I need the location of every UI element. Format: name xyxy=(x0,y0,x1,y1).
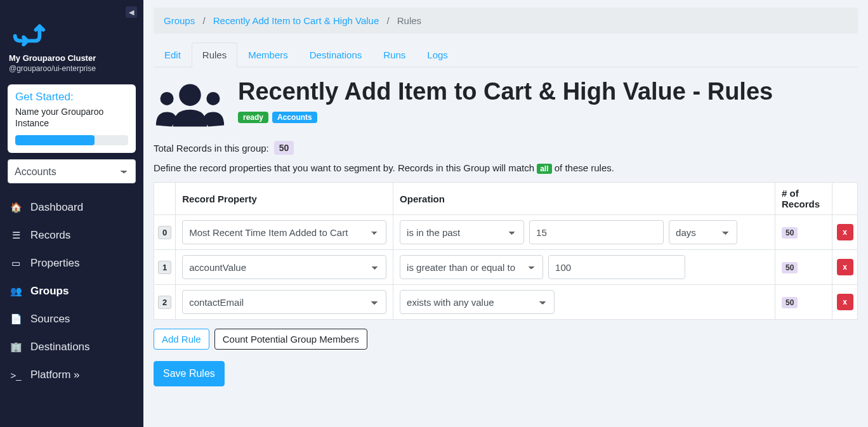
nav-records[interactable]: ☰Records xyxy=(0,221,143,249)
building-icon: 🏢 xyxy=(9,341,23,353)
getstarted-text: Name your Grouparoo Instance xyxy=(15,106,128,129)
value-input[interactable] xyxy=(529,220,664,244)
tab-edit[interactable]: Edit xyxy=(154,43,192,67)
delete-rule-button[interactable]: x xyxy=(837,224,853,240)
add-rule-button[interactable]: Add Rule xyxy=(154,329,209,350)
nav-label: Sources xyxy=(30,313,70,325)
tab-destinations[interactable]: Destinations xyxy=(299,43,373,67)
group-users-icon xyxy=(154,80,227,129)
table-row: 0 Most Recent Time Item Added to Cart is… xyxy=(154,215,858,250)
delete-rule-button[interactable]: x xyxy=(837,259,853,275)
nav-platform[interactable]: >_Platform » xyxy=(0,361,143,389)
nav-dashboard[interactable]: 🏠Dashboard xyxy=(0,194,143,221)
unit-select[interactable]: days xyxy=(669,220,737,244)
description: Define the record properties that you wa… xyxy=(154,162,858,173)
operation-select[interactable]: is in the past xyxy=(400,220,524,244)
file-icon: 📄 xyxy=(9,313,23,325)
nav-sources[interactable]: 📄Sources xyxy=(0,305,143,333)
tab-rules[interactable]: Rules xyxy=(192,43,237,67)
row-records-badge: 50 xyxy=(782,227,798,239)
home-icon: 🏠 xyxy=(9,202,23,213)
operation-select[interactable]: exists with any value xyxy=(400,290,555,314)
svg-point-0 xyxy=(179,84,201,106)
save-rules-button[interactable]: Save Rules xyxy=(154,361,225,386)
row-index: 0 xyxy=(158,226,171,239)
nav-label: Records xyxy=(30,229,70,242)
total-records-row: Total Records in this group: 50 xyxy=(154,141,858,155)
status-badge-ready: ready xyxy=(238,112,268,123)
rules-table: Record Property Operation # of Records 0… xyxy=(154,182,858,320)
list-icon: ☰ xyxy=(9,230,23,241)
breadcrumb: Groups / Recently Add Item to Cart & Hig… xyxy=(154,8,858,34)
all-badge: all xyxy=(537,164,551,174)
row-index: 2 xyxy=(158,296,171,309)
row-records-badge: 50 xyxy=(782,297,798,308)
th-record-property: Record Property xyxy=(176,183,393,215)
getstarted-card: Get Started: Name your Grouparoo Instanc… xyxy=(8,84,136,153)
nav-destinations[interactable]: 🏢Destinations xyxy=(0,333,143,361)
getstarted-title: Get Started: xyxy=(15,91,128,103)
users-icon: 👥 xyxy=(9,286,23,297)
tabs: Edit Rules Members Destinations Runs Log… xyxy=(154,43,858,67)
table-row: 2 contactEmail exists with any value 50 … xyxy=(154,285,858,320)
terminal-icon: >_ xyxy=(9,370,23,381)
total-label: Total Records in this group: xyxy=(154,143,269,154)
tab-logs[interactable]: Logs xyxy=(416,43,459,67)
page-title: Recently Add Item to Cart & High Value -… xyxy=(238,79,858,105)
value-input[interactable] xyxy=(548,255,685,279)
logo xyxy=(0,8,143,53)
nav-label: Groups xyxy=(30,285,69,298)
th-operation: Operation xyxy=(393,183,775,215)
count-members-button[interactable]: Count Potential Group Members xyxy=(214,329,367,350)
svg-point-2 xyxy=(206,92,220,105)
card-icon: ▭ xyxy=(9,258,23,269)
progress-bar xyxy=(15,135,128,145)
svg-point-1 xyxy=(161,92,174,105)
property-select[interactable]: accountValue xyxy=(182,255,386,279)
property-select[interactable]: Most Recent Time Item Added to Cart xyxy=(182,220,386,244)
operation-select[interactable]: is greater than or equal to xyxy=(400,255,543,279)
nav-label: Platform » xyxy=(30,369,79,381)
cluster-subtitle: @grouparoo/ui-enterprise xyxy=(0,63,143,79)
breadcrumb-groups[interactable]: Groups xyxy=(164,15,195,26)
table-row: 1 accountValue is greater than or equal … xyxy=(154,250,858,285)
nav-groups[interactable]: 👥Groups xyxy=(0,277,143,305)
status-badge-accounts: Accounts xyxy=(272,112,317,123)
nav-label: Dashboard xyxy=(30,201,83,214)
nav-properties[interactable]: ▭Properties xyxy=(0,249,143,277)
property-select[interactable]: contactEmail xyxy=(182,290,386,314)
breadcrumb-current: Rules xyxy=(397,15,421,26)
sidebar-collapse-button[interactable]: ◀ xyxy=(126,6,137,18)
cluster-title: My Grouparoo Cluster xyxy=(0,53,143,63)
row-records-badge: 50 xyxy=(782,262,798,273)
row-index: 1 xyxy=(158,261,171,274)
tab-runs[interactable]: Runs xyxy=(372,43,416,67)
nav-label: Properties xyxy=(30,257,79,270)
nav-label: Destinations xyxy=(30,341,90,353)
delete-rule-button[interactable]: x xyxy=(837,294,853,310)
breadcrumb-group-name[interactable]: Recently Add Item to Cart & High Value xyxy=(213,15,379,26)
tab-members[interactable]: Members xyxy=(237,43,299,67)
th-records: # of Records xyxy=(775,183,832,215)
account-select[interactable]: Accounts xyxy=(8,159,136,183)
total-count-badge: 50 xyxy=(274,141,294,155)
